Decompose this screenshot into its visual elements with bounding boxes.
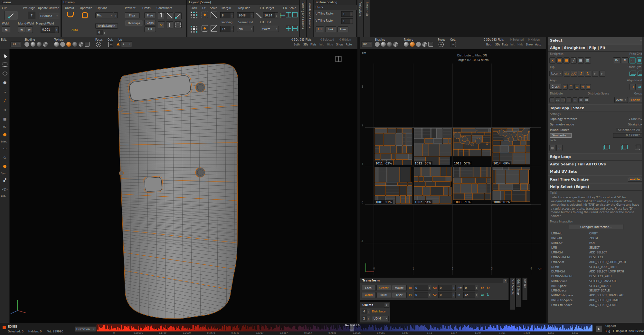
constraint-dashed-button[interactable]	[175, 21, 182, 28]
uv-focus-icon[interactable]: +	[439, 42, 444, 47]
flip-horizontal-button[interactable]: ◁▷	[564, 71, 570, 77]
filter-flats-3d[interactable]: Flats	[310, 43, 317, 46]
td-scale-icon-2[interactable]	[292, 12, 298, 17]
mirror-tool[interactable]: ◁▷	[1, 185, 8, 192]
islands-groups-tab[interactable]: Islands and Groups	[307, 0, 313, 37]
align-section-header[interactable]: Align | Straighten | Flip | Fit	[548, 44, 644, 52]
straighten-grid-button[interactable]: ▦	[564, 57, 570, 64]
scene-unit-select[interactable]: cm	[237, 26, 254, 32]
filter-hide-uv[interactable]: Hide	[517, 43, 523, 46]
texture-sphere-4-icon[interactable]	[72, 42, 77, 47]
texture-sphere-1-icon[interactable]	[54, 42, 59, 47]
constraint-line-button[interactable]	[166, 12, 173, 19]
island-weld-button-2[interactable]: ∞	[26, 26, 33, 33]
shading-shaded-icon[interactable]	[31, 42, 35, 47]
align-top-button[interactable]: ⊤	[569, 84, 573, 90]
tv-input[interactable]: 0	[414, 292, 431, 298]
stack-tool-3[interactable]	[635, 146, 640, 150]
uv-shading-checker-icon[interactable]	[393, 42, 398, 47]
align-center-button[interactable]: ▭	[586, 84, 591, 90]
mix-spinner[interactable]	[114, 12, 118, 18]
play-button[interactable]: ▶	[596, 325, 602, 332]
island-source-value[interactable]: Selection to All	[616, 128, 642, 132]
transform-help-button[interactable]: ?	[503, 279, 507, 283]
constraint-pen-button[interactable]	[175, 12, 182, 19]
flip-vertical-button[interactable]: △▽	[571, 71, 577, 77]
uv-texture-sphere-2-icon[interactable]	[410, 42, 415, 47]
distortion-histogram[interactable]	[97, 324, 592, 331]
px-button[interactable]: Px	[613, 57, 621, 63]
distribute-5-button[interactable]: ⊥	[573, 97, 577, 103]
unfold-button[interactable]	[67, 12, 74, 17]
straighten-vbars-button[interactable]: ▥	[585, 57, 591, 64]
symmetry-tool[interactable]: ▞	[1, 176, 8, 183]
orange-marker-1[interactable]	[1, 131, 8, 138]
straighten-slash-button[interactable]: ╱	[571, 57, 577, 64]
texture-sphere-5-icon[interactable]	[79, 42, 83, 47]
uv-tile-tab[interactable]: UV Tile	[522, 278, 527, 300]
m-button[interactable]: M	[622, 57, 629, 63]
swap-icon[interactable]: ⇄	[481, 293, 484, 297]
sv-input[interactable]: 0	[438, 292, 456, 298]
filter-auto-uv[interactable]: Auto	[535, 43, 541, 46]
udim-u-input[interactable]: 4	[362, 309, 370, 314]
filter-init-3d[interactable]: Init	[319, 43, 324, 46]
optimize-button[interactable]	[82, 12, 88, 18]
uv-texture-grid-icon[interactable]	[428, 42, 433, 47]
weld-button[interactable]: ∞	[2, 26, 10, 33]
filter-init-uv[interactable]: Init	[510, 43, 515, 46]
prim-rect-tool[interactable]: ▭	[1, 145, 8, 152]
filter-3ds-3d[interactable]: 3Ds	[303, 43, 308, 46]
scale-button[interactable]	[211, 12, 217, 18]
padding-input[interactable]: 16	[220, 26, 234, 32]
symmetry-mode-value-wrap[interactable]: Straight ▸	[628, 123, 642, 126]
uv-shading-flat-icon[interactable]	[375, 42, 380, 47]
configure-interaction-button[interactable]: Configure Interaction...	[569, 224, 623, 230]
polygon-mode-tool[interactable]: ◇	[1, 106, 8, 113]
stack-sym-button-1[interactable]	[630, 72, 635, 76]
limits-gaps-button[interactable]: Gaps	[144, 20, 156, 25]
viewport-3d-canvas[interactable]: ● ∷ ╱ ◇ ▦ x2 Prim. ▭ ◇ Sym. ▞ ◁▷ Loc.	[0, 49, 357, 323]
auto-seams-section-header[interactable]: Auto Seams | Full AUTO UVs	[548, 161, 644, 168]
rto-enable-button[interactable]: enable	[628, 177, 642, 182]
pack-alt-button[interactable]	[191, 26, 198, 33]
fit-grid-button-1[interactable]: ▭	[630, 57, 636, 64]
margin-input[interactable]: 8	[220, 12, 234, 18]
td-scale-icon-4[interactable]	[292, 26, 298, 31]
filter-auto-3d[interactable]: Auto	[346, 43, 352, 46]
grid-snap-tab[interactable]: Grid & Snap	[516, 278, 521, 307]
distribute-1-button[interactable]: ⊢	[549, 97, 554, 103]
orange-marker-2[interactable]	[1, 163, 8, 170]
feature-request-link[interactable]: F. Request	[613, 330, 627, 333]
constraint-clear-button[interactable]: ×	[158, 21, 165, 28]
constraint-vertical-button[interactable]	[166, 21, 173, 28]
viewcube-grid-icon[interactable]	[336, 56, 341, 62]
distribute-3-button[interactable]: ⊣	[561, 97, 566, 103]
unwrap-mix-select[interactable]: Mix	[95, 12, 113, 18]
rw-input[interactable]: 0	[463, 285, 478, 291]
v-tiling-input[interactable]: 1	[341, 18, 353, 24]
udims-help-button[interactable]: ?	[384, 303, 389, 308]
cut-tool-button[interactable]	[5, 11, 18, 20]
uv-texture-sphere-1-icon[interactable]	[404, 42, 409, 47]
prim-shape-tool[interactable]: ◇	[1, 154, 8, 161]
projections-tab[interactable]: Projections	[357, 0, 364, 37]
filter-both-3d[interactable]: Both	[294, 43, 300, 46]
td-scale-icon-1[interactable]	[286, 12, 291, 17]
angle-length-button[interactable]: Angle/Length	[95, 23, 118, 29]
viewport-uv[interactable]: UV Shading Texture Focus + Opt. ≡ 0 3Ds …	[360, 37, 546, 323]
flip-play-2-button[interactable]: ▸	[599, 71, 605, 77]
tu-input[interactable]: 0	[414, 285, 431, 291]
constraint-pin-button[interactable]	[158, 12, 165, 19]
u-tiling-input[interactable]: 1	[341, 11, 353, 17]
x2-tool[interactable]: x2	[1, 123, 8, 131]
free-button[interactable]: Free	[337, 26, 348, 32]
distribute-4-button[interactable]: ⊤	[567, 97, 572, 103]
udim-mode-select[interactable]: UDIM	[372, 316, 389, 321]
pivot-mouse-button[interactable]: Mouse	[392, 285, 407, 291]
filter-hide-3d[interactable]: Hide	[327, 43, 333, 46]
opt-icon[interactable]: ≡	[108, 42, 113, 47]
pivot-user-button[interactable]: User	[392, 292, 407, 298]
prevent-overlaps-button[interactable]: Overlaps	[125, 20, 143, 26]
shading-dark-icon[interactable]	[37, 42, 42, 47]
